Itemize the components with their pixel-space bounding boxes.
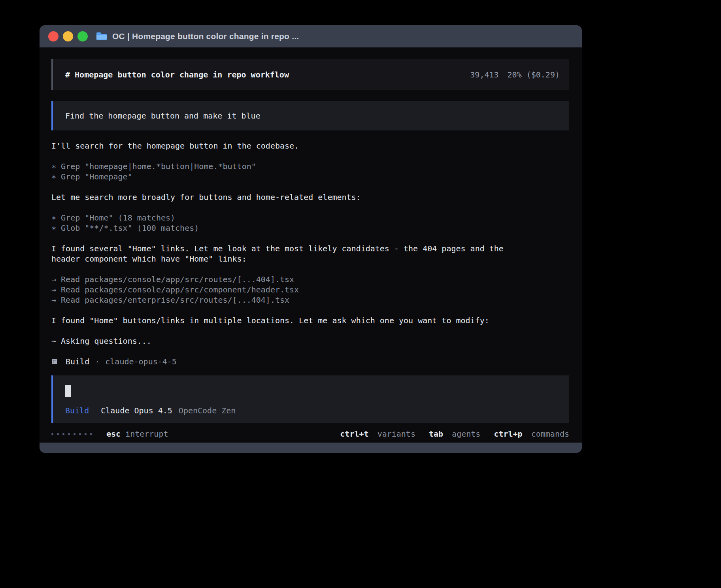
session-stats: 39,413 20% ($0.29) (470, 70, 560, 80)
user-message-text: Find the homepage button and make it blu… (65, 111, 260, 121)
esc-key[interactable]: esc (106, 429, 121, 439)
folder-icon (96, 32, 108, 41)
shortcut-agents[interactable]: tab agents (429, 429, 480, 439)
tool-calls: ∗ Grep "Home" (18 matches) ∗ Glob "**/*.… (51, 213, 569, 233)
tool-calls: ∗ Grep "homepage|home.*button|Home.*butt… (51, 161, 569, 182)
terminal-content: # Homepage button color change in repo w… (40, 47, 582, 443)
tool-call-read: → Read packages/console/app/src/routes/[… (51, 274, 569, 285)
shortcut-key: ctrl+t (340, 429, 368, 439)
context-percent: 20% (508, 70, 522, 80)
shortcut-label: variants (377, 429, 415, 439)
assistant-line: I found several "Home" links. Let me loo… (51, 243, 569, 254)
maximize-button[interactable] (77, 31, 88, 41)
assistant-line: Let me search more broadly for buttons a… (51, 192, 569, 202)
status-bar: esc interrupt ctrl+t variants tab agents… (51, 425, 569, 443)
titlebar: OC | Homepage button color change in rep… (40, 25, 582, 47)
asking-questions-line: ~ Asking questions... (51, 336, 569, 346)
assistant-line: header component which have "Home" links… (51, 254, 569, 264)
model-name[interactable]: Claude Opus 4.5 (101, 405, 172, 416)
shortcut-key: tab (429, 429, 443, 439)
window-bottom-chrome (40, 443, 582, 453)
session-cost: ($0.29) (527, 70, 560, 80)
assistant-text: I'll search for the homepage button in t… (51, 141, 569, 151)
window-title: OC | Homepage button color change in rep… (112, 32, 299, 41)
assistant-text: I found several "Home" links. Let me loo… (51, 243, 569, 264)
shortcut-key: ctrl+p (494, 429, 522, 439)
minimize-button[interactable] (63, 31, 73, 41)
agent-icon (52, 359, 57, 364)
shortcut-label: agents (452, 429, 480, 439)
progress-spinner (51, 433, 92, 435)
agent-row: Build · claude-opus-4-5 (51, 356, 569, 367)
assistant-line: I found "Home" buttons/links in multiple… (51, 315, 569, 326)
status-text: ~ Asking questions... (51, 336, 569, 346)
status-left: esc interrupt (51, 429, 168, 439)
tool-call-grep: ∗ Grep "Homepage" (51, 172, 569, 182)
assistant-text: Let me search more broadly for buttons a… (51, 192, 569, 202)
shortcut-variants[interactable]: ctrl+t variants (340, 429, 415, 439)
assistant-text: I found "Home" buttons/links in multiple… (51, 315, 569, 326)
tool-call-glob: ∗ Glob "**/*.tsx" (100 matches) (51, 223, 569, 233)
agent-name: Build (66, 356, 89, 367)
tool-call-read: → Read packages/console/app/src/componen… (51, 285, 569, 295)
session-header: # Homepage button color change in repo w… (51, 59, 569, 90)
agent-model: claude-opus-4-5 (105, 356, 177, 367)
prompt-input[interactable]: Build Claude Opus 4.5 OpenCode Zen (51, 375, 569, 423)
agent-separator: · (95, 356, 100, 367)
session-title: # Homepage button color change in repo w… (65, 70, 289, 80)
assistant-line: I'll search for the homepage button in t… (51, 141, 569, 151)
close-button[interactable] (48, 31, 59, 41)
model-line: Build Claude Opus 4.5 OpenCode Zen (65, 405, 569, 416)
terminal-window: OC | Homepage button color change in rep… (40, 25, 582, 453)
text-cursor (65, 385, 71, 397)
provider-name: OpenCode Zen (179, 405, 236, 416)
token-count: 39,413 (470, 70, 498, 80)
tool-call-grep: ∗ Grep "homepage|home.*button|Home.*butt… (51, 161, 569, 172)
esc-label: interrupt (125, 429, 168, 439)
tool-call-read: → Read packages/enterprise/src/routes/[.… (51, 295, 569, 305)
user-message: Find the homepage button and make it blu… (51, 101, 569, 130)
mode-label[interactable]: Build (65, 405, 89, 416)
window-controls (48, 31, 88, 41)
status-right: ctrl+t variants tab agents ctrl+p comman… (327, 429, 569, 439)
shortcut-commands[interactable]: ctrl+p commands (494, 429, 569, 439)
shortcut-label: commands (531, 429, 569, 439)
tool-call-grep: ∗ Grep "Home" (18 matches) (51, 213, 569, 223)
tool-calls: → Read packages/console/app/src/routes/[… (51, 274, 569, 305)
